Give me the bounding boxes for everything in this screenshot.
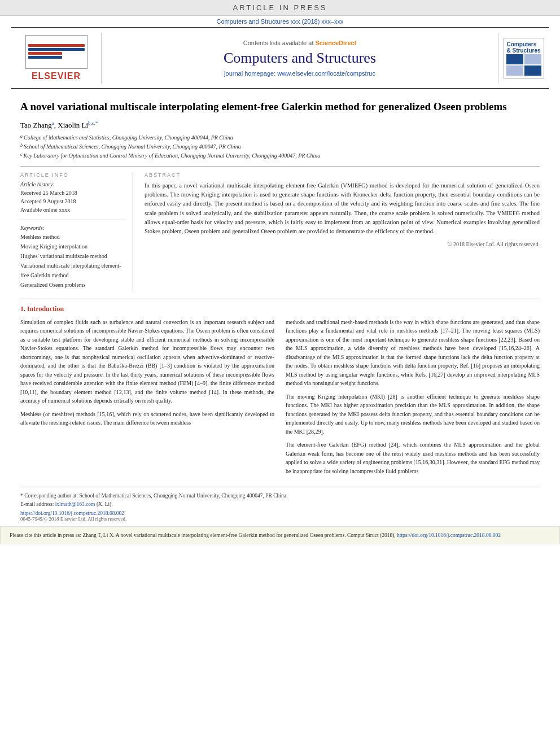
- abstract-text: In this paper, a novel variational multi…: [145, 181, 540, 237]
- history-received: Received 25 March 2018: [20, 189, 125, 197]
- journal-logo-small: Computers& Structures: [504, 38, 544, 78]
- intro-para-5: The element-free Galerkin (EFG) method […: [286, 440, 540, 475]
- author-1-name: Tao Zhang: [20, 121, 52, 129]
- banner-text: ARTICLE IN PRESS: [233, 3, 327, 12]
- authors-line: Tao Zhanga, Xiaolin Lib,c,*: [20, 120, 540, 130]
- keywords-label: Keywords:: [20, 225, 125, 231]
- jls-cell-2: [524, 54, 541, 64]
- affil-1: a College of Mathematics and Statistics,…: [20, 133, 540, 142]
- issn-text: 0045-7949/© 2018 Elsevier Ltd. All right…: [20, 516, 126, 522]
- history-online: Available online xxxx: [20, 206, 125, 214]
- journal-title-header: Computers and Structures: [224, 50, 376, 67]
- journal-ref-line: Computers and Structures xxx (2018) xxx–…: [0, 16, 560, 27]
- rights-line: 0045-7949/© 2018 Elsevier Ltd. All right…: [20, 516, 540, 522]
- journal-ref-text: Computers and Structures xxx (2018) xxx–…: [217, 18, 344, 25]
- article-in-press-banner: ARTICLE IN PRESS: [0, 0, 560, 16]
- affil-2-text: School of Mathematical Sciences, Chongqi…: [24, 142, 241, 151]
- page: ARTICLE IN PRESS Computers and Structure…: [0, 0, 560, 747]
- right-col: ABSTRACT In this paper, a novel variatio…: [145, 172, 540, 290]
- keywords-block: Keywords: Meshless method Moving Kriging…: [20, 225, 125, 290]
- logo-box: [25, 35, 88, 69]
- affil-1-text: College of Mathematics and Statistics, C…: [24, 133, 233, 142]
- email-note: E-mail address: lxlmath@163.com (X. Li).: [20, 500, 540, 508]
- body-content: 1. Introduction Simulation of complex fl…: [20, 299, 540, 480]
- email-suffix: (X. Li).: [97, 501, 113, 507]
- intro-para-1: Simulation of complex fluids such as tur…: [20, 318, 274, 405]
- corresponding-label: * Corresponding author at: School of Mat…: [20, 493, 287, 499]
- author-2-name: Xiaolin Li: [58, 121, 88, 129]
- main-content: A novel variational multiscale interpola…: [0, 99, 560, 526]
- header-center: Contents lists available at ScienceDirec…: [102, 33, 498, 84]
- affil-2-sup: b: [20, 142, 23, 150]
- elsevier-text: ELSEVIER: [32, 71, 81, 81]
- jls-grid: [506, 54, 541, 76]
- logo-line-3: [28, 52, 62, 55]
- journal-homepage-line: journal homepage: www.elsevier.com/locat…: [224, 70, 375, 77]
- kw-1: Meshless method: [20, 232, 125, 242]
- journal-header: ELSEVIER Contents lists available at Sci…: [11, 27, 549, 89]
- logo-lines: [26, 43, 87, 61]
- affil-3-text: Key Laboratory for Optimization and Cont…: [24, 151, 321, 160]
- kw-2: Moving Kriging interpolation: [20, 242, 125, 251]
- copyright-line: © 2018 Elsevier Ltd. All rights reserved…: [145, 241, 540, 247]
- article-history-block: Article history: Received 25 March 2018 …: [20, 181, 125, 214]
- paper-title: A novel variational multiscale interpola…: [20, 99, 540, 115]
- kw-3: Hughes' variational multiscale method: [20, 251, 125, 261]
- citation-doi-link[interactable]: https://doi.org/10.1016/j.compstruc.2018…: [397, 532, 501, 538]
- footer-area: * Corresponding author at: School of Mat…: [20, 487, 540, 526]
- logo-line-2: [28, 48, 85, 51]
- history-accepted: Accepted 9 August 2018: [20, 197, 125, 206]
- intro-para-4: The moving Kriging interpolation (MKI) […: [286, 392, 540, 436]
- intro-col2: methods and traditional mesh-based metho…: [286, 318, 540, 480]
- email-link[interactable]: lxlmath@163.com: [55, 501, 95, 507]
- journal-homepage-link[interactable]: journal homepage: www.elsevier.com/locat…: [224, 70, 375, 77]
- kw-5: Generalized Oseen problems: [20, 280, 125, 290]
- sciencedirect-link[interactable]: ScienceDirect: [316, 40, 357, 46]
- kw-4: Variational multiscale interpolating ele…: [20, 261, 125, 280]
- jls-cell-3: [506, 65, 523, 76]
- jls-cell-1: [506, 54, 523, 64]
- history-label: Article history:: [20, 181, 125, 187]
- article-info-abstract: ARTICLE INFO Article history: Received 2…: [20, 166, 540, 290]
- left-col: ARTICLE INFO Article history: Received 2…: [20, 172, 133, 290]
- affil-2: b School of Mathematical Sciences, Chong…: [20, 142, 540, 151]
- intro-col1: Simulation of complex fluids such as tur…: [20, 318, 274, 480]
- abstract-label: ABSTRACT: [145, 172, 540, 178]
- doi-text[interactable]: https://doi.org/10.1016/j.compstruc.2018…: [20, 510, 124, 516]
- logo-line-1: [28, 44, 85, 47]
- jls-cell-4: [524, 65, 541, 76]
- article-info-label: ARTICLE INFO: [20, 172, 125, 178]
- affiliations: a College of Mathematics and Statistics,…: [20, 133, 540, 160]
- journal-logo-right: Computers& Structures: [498, 33, 549, 84]
- doi-line: https://doi.org/10.1016/j.compstruc.2018…: [20, 510, 540, 516]
- intro-para-3: methods and traditional mesh-based metho…: [286, 318, 540, 388]
- citation-text: Please cite this article in press as: Zh…: [10, 532, 396, 538]
- author-2-sup: b,c,*: [88, 120, 98, 126]
- sciencedirect-line: Contents lists available at ScienceDirec…: [243, 40, 357, 46]
- email-label: E-mail address:: [20, 501, 54, 507]
- author-1-sup: a: [52, 120, 54, 126]
- divider-1: [20, 220, 125, 220]
- introduction-heading: 1. Introduction: [20, 305, 540, 313]
- introduction-body: Simulation of complex fluids such as tur…: [20, 318, 540, 480]
- jls-top: Computers& Structures: [506, 41, 540, 54]
- affil-3-sup: c: [20, 151, 23, 159]
- affil-1-sup: a: [20, 133, 23, 141]
- citation-bar: Please cite this article in press as: Zh…: [0, 526, 560, 544]
- logo-line-4: [28, 56, 62, 59]
- affil-3: c Key Laboratory for Optimization and Co…: [20, 151, 540, 160]
- elsevier-logo-area: ELSEVIER: [11, 33, 102, 84]
- corresponding-note: * Corresponding author at: School of Mat…: [20, 492, 540, 500]
- intro-para-2: Meshless (or meshfree) methods [15,16], …: [20, 410, 274, 427]
